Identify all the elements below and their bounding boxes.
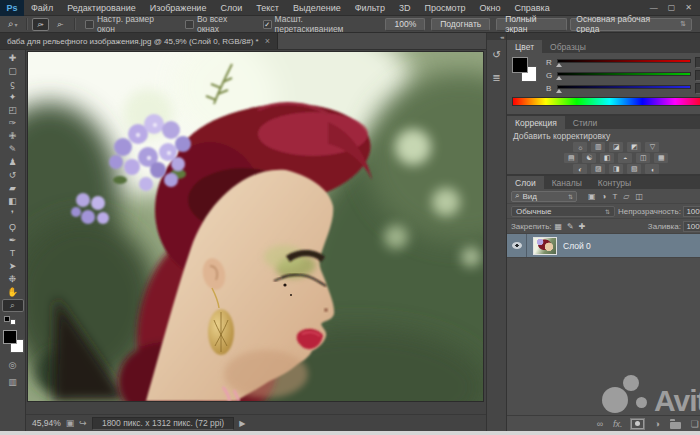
pixel-layer-filter-icon[interactable]: ▣ [588,192,596,201]
tab-swatches[interactable]: Образцы [542,40,594,53]
lasso-tool[interactable]: ϛ [2,78,24,91]
layer-name[interactable]: Слой 0 [563,241,591,251]
close-button[interactable]: ✕ [685,0,692,16]
fill-screen-button[interactable]: Полный экран [496,18,567,31]
status-doc-icon[interactable]: ▣ [66,418,75,428]
tab-color[interactable]: Цвет [507,40,542,53]
default-colors-icon[interactable] [4,316,16,325]
menu-item[interactable]: Просмотр [417,0,472,16]
type-tool[interactable]: T [2,247,24,260]
hand-tool[interactable]: ✋ [2,286,24,299]
lock-transparency-icon[interactable]: ▦ [555,222,563,231]
link-layers-icon[interactable]: ∞ [595,418,605,430]
layer-filter-dropdown[interactable]: ⌕ Вид ⇅ [511,191,577,202]
canvas-photo[interactable] [28,52,483,401]
clone-stamp-tool[interactable]: ♟ [2,156,24,169]
tab-close-icon[interactable]: × [265,36,270,46]
gradient-tool[interactable]: ◧ [2,195,24,208]
foreground-background-swatches[interactable] [2,329,24,353]
quick-mask-button[interactable]: ◎ [2,358,24,372]
history-panel-icon[interactable]: ↺ [488,46,506,63]
healing-brush-tool[interactable]: ✙ [2,130,24,143]
shape-layer-filter-icon[interactable]: ▱ [623,192,629,201]
layer-mask-icon[interactable] [631,419,644,429]
shape-tool[interactable]: ❉ [2,273,24,286]
menu-item[interactable]: 3D [392,0,418,16]
black-white-icon[interactable]: ◧ [600,153,614,163]
slider-track[interactable] [557,57,691,68]
layer-visibility-toggle[interactable] [507,234,527,257]
tab-channels[interactable]: Каналы [544,176,590,189]
properties-panel-icon[interactable]: ≣ [488,69,506,86]
crop-tool[interactable]: ◰ [2,104,24,117]
new-adjustment-layer-icon[interactable]: ◑ [652,418,662,430]
foreground-color-swatch[interactable] [3,330,17,344]
zoom-level[interactable]: 45,94% [32,418,61,428]
layer-style-icon[interactable]: fx. [613,418,623,430]
hue-saturation-icon[interactable]: ▤ [564,153,578,163]
layer-row-selected[interactable]: Слой 0 [507,234,700,258]
blend-mode-dropdown[interactable]: Обычные ⇅ [511,206,615,217]
type-layer-filter-icon[interactable]: T [612,192,617,201]
brightness-contrast-icon[interactable]: ☼ [573,142,587,152]
new-layer-icon[interactable]: ❏ [690,418,700,430]
move-tool[interactable]: ✚ [2,52,24,65]
zoom-out-button[interactable]: ⌕− [51,18,69,31]
menu-item[interactable]: Окно [473,0,508,16]
fit-screen-button[interactable]: Подогнать [431,18,490,31]
current-tool-preview[interactable]: ⌕ ▾ [4,18,22,30]
channel-value[interactable]: 0 [695,70,700,81]
quick-selection-tool[interactable]: ✦ [2,91,24,104]
marquee-tool[interactable]: ▢ [2,65,24,78]
slider-handle[interactable] [556,63,562,67]
tab-paths[interactable]: Контуры [590,176,639,189]
exposure-icon[interactable]: ◩ [627,142,641,152]
invert-icon[interactable]: ◐ [573,164,587,174]
tab-adjustments[interactable]: Коррекция [507,116,565,129]
collapse-dock-icon[interactable]: ◂◂ [500,34,503,40]
color-balance-icon[interactable]: ☯ [582,153,596,163]
threshold-icon[interactable]: ◨ [609,164,623,174]
blur-tool[interactable]: ❜ [2,208,24,221]
smart-object-filter-icon[interactable]: ◫ [635,192,643,201]
scrubby-zoom-checkbox[interactable]: ✓ Масшт. перетаскиванием [263,14,373,34]
curves-icon[interactable]: ◪ [609,142,623,152]
lock-position-icon[interactable]: ✚ [579,222,586,231]
channel-value[interactable]: 0 [695,57,700,68]
vibrance-icon[interactable]: ▽ [645,142,659,152]
posterize-icon[interactable]: ▨ [591,164,605,174]
zoom-in-button[interactable]: ⌕+ [32,18,50,31]
color-panel-swatches[interactable] [512,57,540,85]
pen-tool[interactable]: ✒ [2,234,24,247]
status-share-icon[interactable]: ↪ [79,418,87,428]
levels-icon[interactable]: ▥ [591,142,605,152]
layer-group-icon[interactable] [670,418,682,430]
document-tab[interactable]: баба для рельефного изображения.jpg @ 45… [0,33,278,49]
opacity-value[interactable]: 100% [683,206,700,217]
zoom-tool[interactable]: ⌕ [2,299,24,312]
tab-styles[interactable]: Стили [565,116,606,129]
menu-item[interactable]: Файл [24,0,60,16]
fill-value[interactable]: 100% [683,221,700,232]
dodge-tool[interactable]: Ϙ [2,221,24,234]
slider-handle[interactable] [556,89,562,93]
resize-windows-checkbox[interactable]: ✓ Настр. размер окон [85,14,173,34]
adjustment-layer-filter-icon[interactable]: ◑ [602,192,607,201]
slider-track[interactable] [557,83,691,94]
channel-value[interactable]: 0 [695,83,700,94]
channel-mixer-icon[interactable]: ◫ [636,153,650,163]
actual-size-button[interactable]: 100% [385,18,425,31]
tab-layers[interactable]: Слои [507,176,544,189]
slider-handle[interactable] [556,76,562,80]
brush-tool[interactable]: ✎ [2,143,24,156]
history-brush-tool[interactable]: ↺ [2,169,24,182]
eraser-tool[interactable]: ▰ [2,182,24,195]
eyedropper-tool[interactable]: ✑ [2,117,24,130]
layer-thumbnail[interactable] [533,237,557,255]
gradient-map-icon[interactable]: ◖ [645,164,659,174]
path-selection-tool[interactable]: ➤ [2,260,24,273]
color-spectrum-ramp[interactable] [512,97,700,106]
status-menu-arrow-icon[interactable]: ▶ [239,419,245,428]
screen-mode-button[interactable]: ▥ [2,375,24,389]
workspace-selector[interactable]: Основная рабочая среда ⇅ [570,18,692,31]
